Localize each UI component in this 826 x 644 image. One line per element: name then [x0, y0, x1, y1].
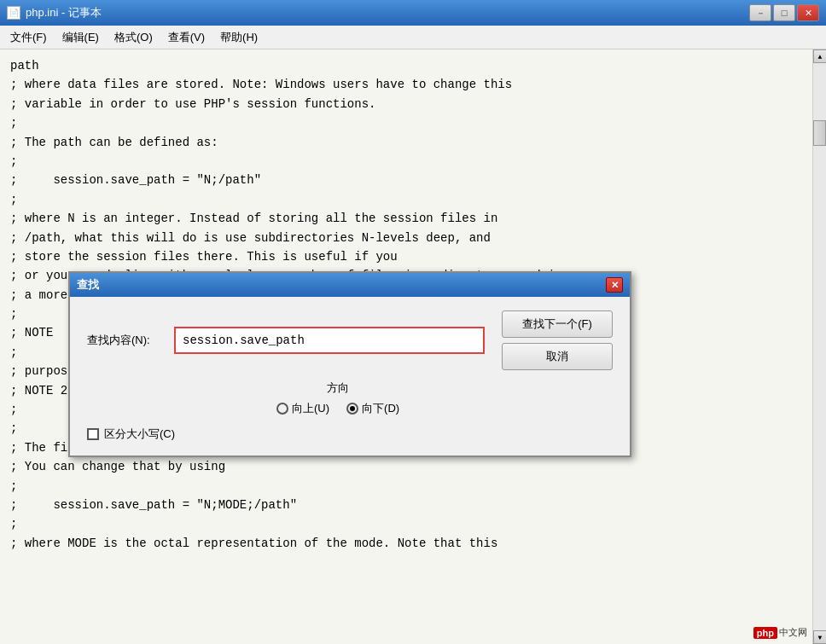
minimize-button[interactable]: －: [749, 4, 771, 21]
window-controls: － □ ✕: [749, 4, 819, 21]
case-sensitive-checkbox[interactable]: [87, 428, 99, 440]
scroll-track[interactable]: [813, 63, 826, 630]
dialog-body: 查找内容(N): 查找下一个(F) 取消 方向: [70, 297, 630, 455]
find-next-button[interactable]: 查找下一个(F): [502, 310, 613, 338]
direction-options: 向上(U) 向下(D): [276, 401, 399, 416]
case-row: 区分大小写(C): [87, 426, 613, 442]
maximize-button[interactable]: □: [773, 4, 795, 21]
menu-format[interactable]: 格式(O): [108, 27, 160, 48]
php-badge: php: [753, 627, 777, 639]
notepad-icon: 📄: [7, 6, 20, 20]
find-dialog: 查找 ✕ 查找内容(N): 查找下一个(F) 取消: [68, 271, 631, 457]
direction-down-label: 向下(D): [362, 401, 399, 416]
php-logo-area: php 中文网: [753, 626, 807, 639]
dialog-title-bar: 查找 ✕: [70, 273, 630, 297]
search-row: 查找内容(N): 查找下一个(F) 取消: [87, 310, 613, 370]
dialog-buttons: 查找下一个(F) 取消: [502, 310, 613, 370]
menu-bar: 文件(F) 编辑(E) 格式(O) 查看(V) 帮助(H): [0, 26, 826, 49]
search-input-wrapper: [174, 327, 485, 354]
menu-file[interactable]: 文件(F): [3, 27, 54, 48]
search-input[interactable]: [176, 328, 483, 352]
direction-row: 方向 向上(U) 向下(D): [87, 380, 613, 416]
direction-group: 方向 向上(U) 向下(D): [276, 380, 399, 416]
direction-down-option[interactable]: 向下(D): [346, 401, 399, 416]
dialog-title: 查找: [77, 277, 99, 293]
dialog-close-button[interactable]: ✕: [606, 277, 623, 293]
menu-view[interactable]: 查看(V): [161, 27, 212, 48]
radio-down-circle: [346, 403, 358, 415]
direction-label: 方向: [327, 380, 349, 396]
title-bar: 📄 php.ini - 记事本 － □ ✕: [0, 0, 826, 26]
direction-up-option[interactable]: 向上(U): [276, 401, 329, 416]
cancel-button[interactable]: 取消: [502, 343, 613, 370]
case-sensitive-option[interactable]: 区分大小写(C): [87, 426, 175, 442]
scrollbar[interactable]: ▲ ▼: [812, 49, 826, 644]
content-area: path ; where data files are stored. Note…: [0, 49, 826, 644]
scroll-down-button[interactable]: ▼: [813, 630, 826, 644]
direction-up-label: 向上(U): [292, 401, 329, 416]
close-button[interactable]: ✕: [797, 4, 819, 21]
title-bar-left: 📄 php.ini - 记事本: [7, 5, 102, 20]
search-label: 查找内容(N):: [87, 333, 164, 348]
menu-help[interactable]: 帮助(H): [213, 27, 265, 48]
menu-edit[interactable]: 编辑(E): [55, 27, 106, 48]
php-suffix: 中文网: [779, 626, 807, 639]
scroll-thumb[interactable]: [813, 120, 826, 146]
window-title: php.ini - 记事本: [26, 5, 102, 20]
scroll-up-button[interactable]: ▲: [813, 49, 826, 63]
radio-up-circle: [276, 403, 288, 415]
case-sensitive-label: 区分大小写(C): [104, 426, 175, 442]
